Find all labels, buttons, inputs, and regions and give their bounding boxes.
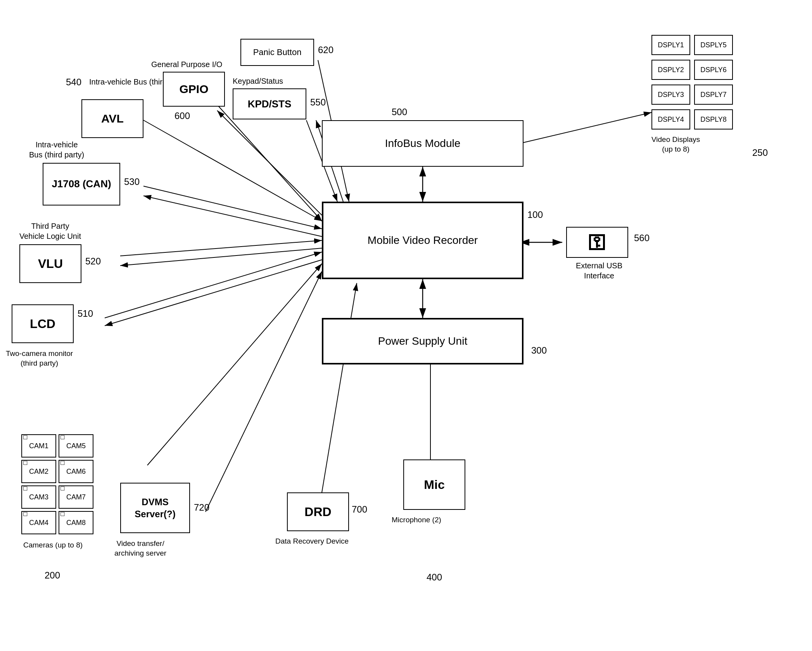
- kpd-number: 550: [310, 97, 326, 108]
- panic-box: Panic Button: [240, 39, 314, 66]
- gpio-number: 600: [174, 111, 190, 121]
- svg-line-16: [217, 111, 322, 215]
- j1708-number: 530: [124, 176, 140, 187]
- dsply6: DSPLY6: [694, 60, 733, 80]
- dvms-label: DVMS Server(?): [121, 496, 189, 520]
- panic-label: Panic Button: [253, 47, 302, 57]
- drd-box: DRD: [287, 492, 349, 531]
- dvms-sublabel: Video transfer/archiving server: [114, 539, 166, 558]
- dsply2: DSPLY2: [651, 60, 690, 80]
- avl-number: 540: [66, 77, 81, 88]
- svg-line-13: [105, 252, 322, 318]
- dvms-box: DVMS Server(?): [120, 483, 190, 533]
- vlu-label: VLU: [38, 257, 63, 271]
- kpd-sublabel: Keypad/Status: [233, 77, 283, 86]
- displays-number: 250: [752, 147, 768, 158]
- gpio-label: GPIO: [179, 83, 208, 96]
- dsply3: DSPLY3: [651, 85, 690, 105]
- j1708-box: J1708 (CAN): [43, 163, 120, 205]
- cam4: CAM4: [21, 511, 56, 534]
- drd-label: DRD: [304, 505, 331, 519]
- dsply7: DSPLY7: [694, 85, 733, 105]
- svg-line-21: [206, 271, 322, 512]
- gpio-sublabel: General Purpose I/O: [151, 60, 222, 69]
- diagram: InfoBus Module 500 Mobile Video Recorder…: [0, 0, 812, 651]
- j1708-label: J1708 (CAN): [52, 178, 111, 191]
- svg-line-10: [143, 196, 322, 237]
- avl-label: AVL: [101, 112, 124, 125]
- mic-number: 400: [427, 572, 442, 583]
- cameras-sublabel: Cameras (up to 8): [23, 541, 83, 549]
- dsply1: DSPLY1: [651, 35, 690, 55]
- usb-icon: ⚿: [588, 232, 606, 253]
- usb-label: External USBInterface: [564, 261, 634, 281]
- vlu-box: VLU: [19, 244, 81, 283]
- dvms-number: 720: [194, 502, 209, 513]
- svg-line-8: [143, 120, 322, 221]
- vlu-number: 520: [85, 256, 101, 267]
- kpd-box: KPD/STS: [233, 88, 306, 119]
- psu-box: Power Supply Unit: [322, 318, 523, 364]
- usb-number: 560: [634, 233, 650, 243]
- mic-sublabel: Microphone (2): [392, 516, 441, 524]
- displays-sublabel: Video Displays(up to 8): [651, 135, 700, 154]
- lcd-sublabel: Two-camera monitor(third party): [6, 349, 73, 368]
- j1708-sublabel: Intra-vehicleBus (third party): [29, 140, 84, 160]
- dsply8: DSPLY8: [694, 109, 733, 130]
- cameras-group: CAM1 CAM5 CAM2 CAM6 CAM3 CAM7 CAM4 CAM8: [21, 434, 93, 537]
- panic-number: 620: [318, 45, 333, 55]
- dsply4: DSPLY4: [651, 109, 690, 130]
- infobus-label: InfoBus Module: [385, 137, 461, 150]
- lcd-label: LCD: [30, 317, 55, 331]
- svg-line-14: [105, 260, 322, 326]
- svg-line-15: [217, 105, 322, 221]
- dsply5: DSPLY5: [694, 35, 733, 55]
- infobus-box: InfoBus Module: [322, 120, 523, 167]
- cam1: CAM1: [21, 434, 56, 458]
- cam7: CAM7: [59, 485, 93, 509]
- drd-number: 700: [352, 504, 367, 515]
- usb-box: ⚿: [566, 227, 628, 258]
- svg-line-12: [120, 248, 322, 266]
- cameras-number: 200: [45, 570, 60, 581]
- lcd-number: 510: [78, 308, 93, 319]
- svg-line-7: [520, 112, 651, 143]
- mic-box: Mic: [403, 459, 465, 510]
- svg-line-11: [120, 240, 322, 256]
- displays-group: DSPLY1 DSPLY2 DSPLY3 DSPLY4 DSPLY5 DSPLY…: [651, 35, 733, 132]
- cam6: CAM6: [59, 460, 93, 483]
- psu-number: 300: [531, 345, 547, 356]
- infobus-number: 500: [392, 107, 407, 117]
- cam8: CAM8: [59, 511, 93, 534]
- mvr-box: Mobile Video Recorder: [322, 202, 523, 279]
- avl-box: AVL: [81, 99, 143, 138]
- kpd-label: KPD/STS: [248, 98, 292, 110]
- gpio-box: GPIO: [163, 72, 225, 107]
- vlu-sublabel: Third PartyVehicle Logic Unit: [19, 221, 81, 241]
- cam5: CAM5: [59, 434, 93, 458]
- svg-line-9: [143, 186, 322, 229]
- svg-line-20: [147, 264, 322, 465]
- mic-label: Mic: [424, 478, 444, 492]
- drd-sublabel: Data Recovery Device: [275, 537, 349, 546]
- mvr-number: 100: [527, 209, 543, 220]
- cam3: CAM3: [21, 485, 56, 509]
- cam2: CAM2: [21, 460, 56, 483]
- psu-label: Power Supply Unit: [378, 335, 467, 347]
- lcd-box: LCD: [12, 304, 74, 343]
- mvr-label: Mobile Video Recorder: [368, 234, 478, 247]
